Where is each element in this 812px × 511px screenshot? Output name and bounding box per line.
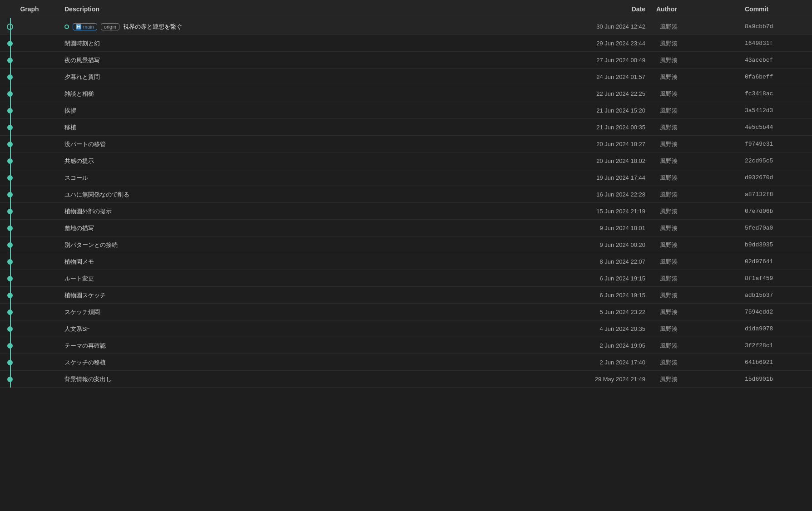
date-column-header: Date [560, 5, 651, 13]
commit-description: 植物園スケッチ [64, 291, 106, 300]
table-row[interactable]: 人文系SF4 Jun 2024 20:35風野湊d1da9078 [0, 320, 812, 337]
graph-dot [7, 41, 13, 46]
commit-description: 没パートの移管 [64, 140, 106, 148]
graph-dot [7, 276, 13, 281]
description-col: 敷地の描写 [59, 224, 560, 232]
table-row[interactable]: スコール19 Jun 2024 17:44風野湊d932670d [0, 169, 812, 186]
commit-date: 6 Jun 2024 19:15 [560, 275, 651, 282]
commit-description: スケッチの移植 [64, 359, 106, 367]
description-col: 共感の提示 [59, 157, 560, 165]
table-header: Graph Description Date Author Commit [0, 0, 812, 18]
commit-author: 風野湊 [651, 123, 739, 132]
commit-date: 20 Jun 2024 18:02 [560, 157, 651, 164]
commit-date: 2 Jun 2024 19:05 [560, 342, 651, 349]
graph-col [0, 52, 59, 69]
graph-col [0, 85, 59, 102]
graph-dot [7, 58, 13, 63]
commit-hash: d932670d [739, 174, 812, 181]
graph-col [0, 337, 59, 354]
table-row[interactable]: 閉園時刻と幻29 Jun 2024 23:44風野湊1649831f [0, 35, 812, 52]
description-col: 夜の風景描写 [59, 56, 560, 64]
commit-description: 植物園メモ [64, 258, 94, 266]
commit-hash: 641b6921 [739, 359, 812, 366]
graph-col [0, 152, 59, 169]
graph-dot [7, 226, 13, 231]
graph-dot [7, 192, 13, 197]
git-log-table: Graph Description Date Author Commit mai… [0, 0, 812, 388]
graph-col [0, 35, 59, 52]
table-row[interactable]: 共感の提示20 Jun 2024 18:02風野湊22cd95c5 [0, 152, 812, 169]
commit-hash: 22cd95c5 [739, 157, 812, 164]
graph-dot [7, 175, 13, 181]
commit-date: 20 Jun 2024 18:27 [560, 141, 651, 147]
table-row[interactable]: 移植21 Jun 2024 00:35風野湊4e5c5b44 [0, 119, 812, 136]
commit-author: 風野湊 [651, 258, 739, 266]
commit-author: 風野湊 [651, 308, 739, 316]
table-row[interactable]: スケッチ煩悶5 Jun 2024 23:22風野湊7594edd2 [0, 304, 812, 320]
commit-author: 風野湊 [651, 191, 739, 199]
commit-description: 挨拶 [64, 107, 76, 115]
commit-hash: 5fed70a0 [739, 225, 812, 231]
commit-description: 雑談と相槌 [64, 90, 94, 98]
commit-description: 背景情報の案出し [64, 375, 112, 383]
graph-col [0, 119, 59, 136]
table-row[interactable]: 背景情報の案出し29 May 2024 21:49風野湊15d6901b [0, 371, 812, 388]
table-row[interactable]: 別パターンとの接続9 Jun 2024 00:20風野湊b9dd3935 [0, 236, 812, 253]
description-col: 雑談と相槌 [59, 90, 560, 98]
commit-hash: 3f2f28c1 [739, 342, 812, 349]
table-row[interactable]: テーマの再確認2 Jun 2024 19:05風野湊3f2f28c1 [0, 337, 812, 354]
graph-col [0, 203, 59, 220]
graph-dot [7, 142, 13, 147]
graph-col [0, 169, 59, 186]
table-row[interactable]: 植物園外部の提示15 Jun 2024 21:19風野湊07e7d06b [0, 203, 812, 220]
commit-author: 風野湊 [651, 90, 739, 98]
table-row[interactable]: mainorigin視界の赤と連想を繋ぐ30 Jun 2024 12:42風野湊… [0, 18, 812, 35]
commit-hash: 43acebcf [739, 57, 812, 64]
commit-hash: d1da9078 [739, 325, 812, 332]
description-col: 夕暮れと質問 [59, 73, 560, 81]
table-row[interactable]: ユハに無関係なので削る16 Jun 2024 22:28風野湊a87132f8 [0, 186, 812, 203]
commit-date: 29 May 2024 21:49 [560, 376, 651, 383]
description-col: 植物園メモ [59, 258, 560, 266]
commit-author: 風野湊 [651, 140, 739, 148]
description-col: スケッチの移植 [59, 359, 560, 367]
graph-col [0, 354, 59, 371]
table-row[interactable]: 植物園メモ8 Jun 2024 22:07風野湊02d97641 [0, 253, 812, 270]
commit-description: スコール [64, 174, 88, 182]
commit-hash: 3a5412d3 [739, 107, 812, 114]
commit-description: 移植 [64, 123, 76, 132]
commit-hash: fc3418ac [739, 90, 812, 97]
table-row[interactable]: 植物園スケッチ6 Jun 2024 19:15風野湊adb15b37 [0, 287, 812, 304]
table-row[interactable]: 夕暮れと質問24 Jun 2024 01:57風野湊0fa6beff [0, 69, 812, 85]
head-indicator [64, 25, 69, 29]
commit-author: 風野湊 [651, 56, 739, 64]
graph-dot [7, 24, 13, 30]
commit-date: 5 Jun 2024 23:22 [560, 309, 651, 315]
graph-dot [7, 242, 13, 248]
commit-author: 風野湊 [651, 325, 739, 333]
commit-description: 夕暮れと質問 [64, 73, 100, 81]
commit-description: 敷地の描写 [64, 224, 94, 232]
table-row[interactable]: 敷地の描写9 Jun 2024 18:01風野湊5fed70a0 [0, 220, 812, 236]
commit-description: 夜の風景描写 [64, 56, 100, 64]
graph-col [0, 253, 59, 270]
commit-date: 24 Jun 2024 01:57 [560, 74, 651, 80]
table-row[interactable]: ルート変更6 Jun 2024 19:15風野湊8f1af459 [0, 270, 812, 287]
origin-branch-badge[interactable]: origin [101, 23, 119, 30]
table-row[interactable]: 夜の風景描写27 Jun 2024 00:49風野湊43acebcf [0, 52, 812, 69]
graph-col [0, 371, 59, 388]
graph-dot [7, 209, 13, 214]
commit-column-header: Commit [739, 5, 812, 13]
commit-hash: a87132f8 [739, 191, 812, 198]
graph-column-header: Graph [0, 5, 59, 13]
main-branch-badge[interactable]: main [73, 23, 97, 30]
table-row[interactable]: 没パートの移管20 Jun 2024 18:27風野湊f9749e31 [0, 136, 812, 152]
description-col: スケッチ煩悶 [59, 308, 560, 316]
commit-description: スケッチ煩悶 [64, 308, 100, 316]
table-row[interactable]: スケッチの移植2 Jun 2024 17:40風野湊641b6921 [0, 354, 812, 371]
commit-author: 風野湊 [651, 23, 739, 31]
commit-hash: 7594edd2 [739, 309, 812, 315]
table-row[interactable]: 雑談と相槌22 Jun 2024 22:25風野湊fc3418ac [0, 85, 812, 102]
table-row[interactable]: 挨拶21 Jun 2024 15:20風野湊3a5412d3 [0, 102, 812, 119]
commit-date: 9 Jun 2024 18:01 [560, 225, 651, 231]
